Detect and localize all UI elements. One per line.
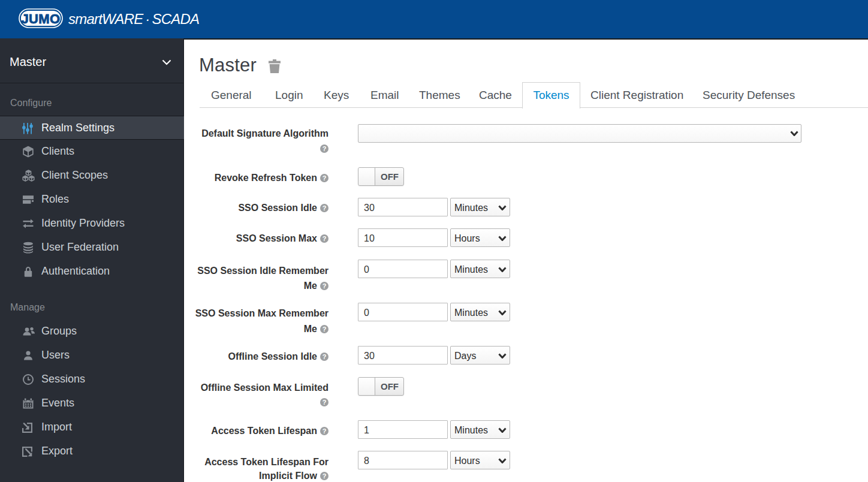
- svg-text:JUMO: JUMO: [21, 11, 60, 26]
